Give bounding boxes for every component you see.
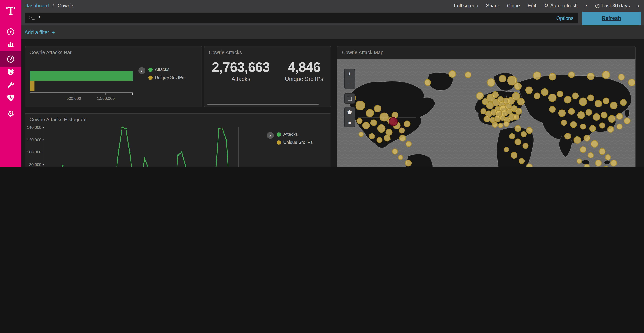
legend-label[interactable]: Unique Src IPs — [155, 75, 184, 80]
sidebar-item-monitoring[interactable] — [0, 91, 22, 106]
svg-text:1,500,000: 1,500,000 — [97, 96, 114, 101]
query-bar: >_ * Options Refresh — [22, 11, 644, 25]
chart-legend: ›AttacksUnique Src IPs — [138, 67, 184, 80]
map-zoom-controls: + − — [344, 69, 355, 89]
t-mobile-logo[interactable] — [0, 0, 22, 22]
legend-item[interactable]: Attacks — [148, 67, 184, 72]
panel-title: Cowrie Attacks Bar — [30, 50, 72, 55]
gear-icon: ⚙ — [7, 110, 14, 118]
panel-title: Cowrie Attacks Histogram — [30, 117, 87, 122]
legend-label[interactable]: Attacks — [283, 132, 298, 137]
sidebar: ⚙ — [0, 0, 22, 167]
full-screen-button[interactable]: Full screen — [454, 3, 478, 8]
top-navigation: Dashboard / Cowrie Full screen Share Clo… — [22, 0, 644, 11]
metric-label: Unique Src IPs — [285, 76, 323, 82]
add-filter-button[interactable]: Add a filter + — [24, 29, 55, 36]
svg-text:100,000: 100,000 — [27, 150, 42, 154]
metric-value: 2,763,663 — [212, 60, 270, 75]
metric-attacks: 2,763,663 Attacks — [212, 60, 270, 82]
plus-icon: + — [52, 29, 55, 36]
t-mobile-logo-icon — [5, 5, 16, 17]
breadcrumb-current: Cowrie — [58, 3, 73, 8]
horizontal-scrollbar[interactable] — [208, 104, 318, 105]
svg-text:140,000: 140,000 — [27, 125, 42, 130]
legend-dot — [277, 132, 281, 136]
edit-button[interactable]: Edit — [528, 3, 536, 8]
refresh-cycle-icon: ↻ — [544, 2, 548, 9]
heartbeat-icon — [6, 94, 15, 102]
legend-dot — [277, 140, 281, 144]
filter-bar: Add a filter + — [22, 25, 644, 39]
clone-button[interactable]: Clone — [507, 3, 520, 8]
legend-item[interactable]: Unique Src IPs — [148, 75, 184, 80]
crop-bounds-button[interactable] — [344, 94, 354, 103]
metric-value: 4,846 — [285, 60, 323, 75]
zoom-in-button[interactable]: + — [344, 69, 354, 79]
breadcrumb-dashboard-link[interactable]: Dashboard — [24, 3, 49, 8]
auto-refresh-button[interactable]: ↻ Auto-refresh — [544, 2, 578, 9]
kibana-dashboard-app: ⚙ Dashboard / Cowrie Full screen Share C… — [0, 0, 644, 167]
share-button[interactable]: Share — [486, 3, 499, 8]
legend-label[interactable]: Unique Src IPs — [283, 140, 312, 145]
breadcrumb-separator: / — [52, 3, 54, 8]
legend-toggle-chevron[interactable]: › — [267, 132, 274, 139]
bar-chart-icon — [6, 40, 15, 48]
panel-attacks-metric: Cowrie Attacks 2,763,663 Attacks 4,846 U… — [204, 46, 331, 107]
legend-item[interactable]: Unique Src IPs — [277, 140, 312, 145]
draw-polygon-button[interactable]: ⬟ — [344, 107, 354, 117]
svg-text:500,000: 500,000 — [66, 96, 81, 101]
wrench-icon — [6, 81, 15, 89]
chart-legend: ›AttacksUnique Src IPs — [267, 132, 312, 145]
compass-icon — [6, 28, 15, 36]
panel-attacks-histogram: Cowrie Attacks Histogram 020,00040,00060… — [24, 113, 331, 167]
time-back-chevron[interactable]: ‹ — [585, 2, 587, 9]
bear-icon — [6, 68, 15, 76]
sidebar-item-visualize[interactable] — [0, 36, 22, 51]
crop-icon — [347, 96, 352, 101]
panel-title: Cowrie Attacks — [209, 50, 242, 55]
map-draw-controls: ⬟ ■ — [344, 107, 355, 127]
world-map[interactable]: + − ⬟ ■ Count 2 – 356,555 356,555 – 713,… — [337, 60, 635, 167]
breadcrumb: Dashboard / Cowrie — [24, 3, 73, 8]
metric-unique-src-ips: 4,846 Unique Src IPs — [285, 60, 323, 82]
timepicker-button[interactable]: ◷ Last 30 days — [595, 2, 630, 9]
panel-attack-map: Cowrie Attack Map + − ⬟ ■ Count 2 – 35 — [337, 46, 636, 167]
query-value[interactable]: * — [38, 15, 556, 21]
panel-attacks-bar: Cowrie Attacks Bar 500,0001,500,000 ›Att… — [24, 46, 202, 107]
gauge-icon — [6, 55, 15, 63]
nav-actions: Full screen Share Clone Edit ↻ Auto-refr… — [454, 2, 644, 9]
sidebar-item-management[interactable]: ⚙ — [0, 106, 22, 121]
map-canvas — [337, 60, 635, 167]
legend-toggle-chevron[interactable]: › — [138, 67, 145, 74]
svg-text:80,000: 80,000 — [29, 162, 42, 167]
console-prompt-icon: >_ — [29, 15, 35, 21]
zoom-out-button[interactable]: − — [344, 79, 354, 89]
clock-icon: ◷ — [595, 2, 600, 9]
svg-text:120,000: 120,000 — [27, 138, 42, 142]
metric-values: 2,763,663 Attacks 4,846 Unique Src IPs — [204, 60, 331, 82]
legend-dot — [148, 67, 152, 72]
refresh-button[interactable]: Refresh — [582, 12, 641, 25]
time-forward-chevron[interactable]: › — [638, 2, 640, 9]
query-options-link[interactable]: Options — [556, 15, 574, 21]
query-input[interactable]: >_ * Options — [24, 13, 578, 24]
legend-label[interactable]: Attacks — [155, 67, 169, 72]
metric-label: Attacks — [212, 76, 270, 82]
draw-rectangle-button[interactable]: ■ — [344, 117, 354, 127]
legend-dot — [148, 75, 152, 80]
panel-title: Cowrie Attack Map — [342, 50, 384, 55]
legend-item[interactable]: Attacks — [277, 132, 312, 137]
map-fit-control — [344, 93, 355, 104]
